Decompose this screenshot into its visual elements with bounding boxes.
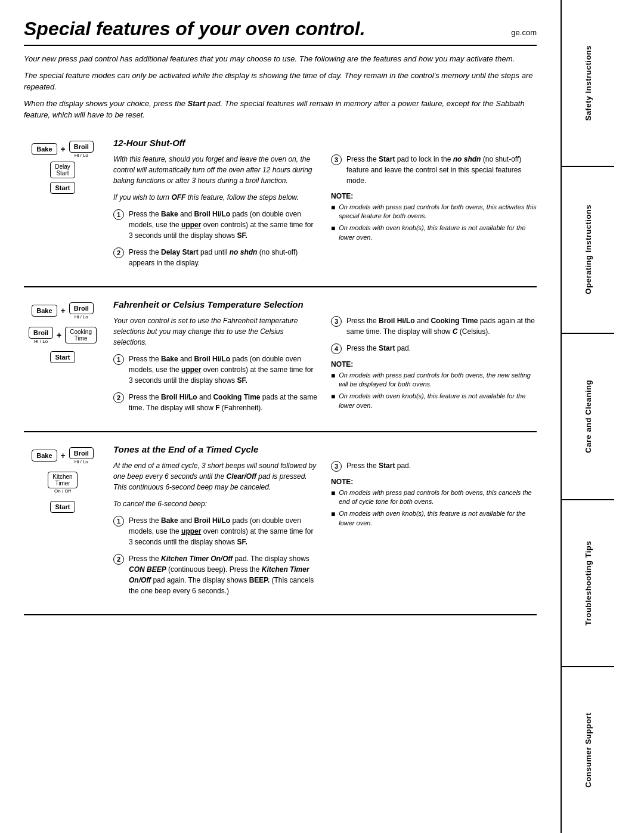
- bake-button-3: Bake: [32, 450, 57, 462]
- broil-button-2: Broil: [69, 302, 94, 314]
- feature-col-left-2: Your oven control is set to use the Fahr…: [113, 315, 319, 419]
- note-2-1: ■ On models with press pad controls for …: [331, 371, 537, 389]
- sidebar-label-operating: Operating Instructions: [584, 205, 593, 294]
- step-2-1: 1 Press the Bake and Broil Hi/Lo pads (o…: [113, 354, 319, 386]
- step-2-2: 2 Press the Broil Hi/Lo and Cooking Time…: [113, 392, 319, 413]
- sidebar-label-consumer: Consumer Support: [584, 713, 593, 788]
- feature-intro-1: With this feature, should you forget and…: [113, 154, 319, 186]
- note-label-3: NOTE:: [331, 478, 537, 486]
- step-1-2: 2 Press the Delay Start pad until no shd…: [113, 247, 319, 268]
- step-2-3: 3 Press the Broil Hi/Lo and Cooking Time…: [331, 315, 537, 337]
- sidebar-safety: Safety Instructions: [562, 0, 614, 167]
- step-2-4: 4 Press the Start pad.: [331, 343, 537, 354]
- step-1-1: 1 Press the Bake and Broil Hi/Lo pads (o…: [113, 209, 319, 241]
- feature-col-left-3: At the end of a timed cycle, 3 short bee…: [113, 460, 319, 602]
- step-3-3: 3 Press the Start pad.: [331, 460, 537, 472]
- step-1-3: 3 Press the Start pad to lock in the no …: [331, 154, 537, 186]
- feature-title-1: 12-Hour Shut-Off: [113, 138, 537, 148]
- bake-button: Bake: [32, 143, 57, 155]
- start-button-3: Start: [50, 501, 75, 513]
- brand: ge.com: [511, 28, 537, 37]
- broil-button-4: Broil: [69, 447, 94, 459]
- intro-paragraph-2: The special feature modes can only be ac…: [24, 70, 537, 93]
- sidebar-troubleshooting: Troubleshooting Tips: [562, 500, 614, 667]
- kitchen-timer-button: KitchenTimer: [48, 472, 77, 488]
- broil-button-3: Broil: [29, 327, 53, 339]
- intro-paragraph-3: When the display shows your choice, pres…: [24, 98, 537, 121]
- sidebar-operating: Operating Instructions: [562, 167, 614, 334]
- sidebar-label-troubleshooting: Troubleshooting Tips: [584, 541, 593, 625]
- delay-start-button: DelayStart: [50, 162, 75, 178]
- start-button-2: Start: [50, 351, 75, 363]
- feature-col-right-1: 3 Press the Start pad to lock in the no …: [331, 154, 537, 274]
- note-1-1: ■ On models with press pad controls for …: [331, 203, 537, 221]
- page-header: Special features of your oven control. g…: [24, 18, 537, 46]
- note-1-2: ■ On models with oven knob(s), this feat…: [331, 224, 537, 242]
- feature-col-right-2: 3 Press the Broil Hi/Lo and Cooking Time…: [331, 315, 537, 419]
- cooking-time-button: CookingTime: [65, 327, 97, 343]
- feature-content-3: Tones at the End of a Timed Cycle At the…: [113, 444, 537, 602]
- note-label-1: NOTE:: [331, 192, 537, 200]
- note-3-1: ■ On models with press pad controls for …: [331, 488, 537, 507]
- feature-title-3: Tones at the End of a Timed Cycle: [113, 444, 537, 454]
- section-12-hour-shutoff: Bake + Broil Hi / Lo DelayStart Start: [24, 126, 537, 287]
- step-3-2: 2 Press the Kitchen Timer On/Off pad. Th…: [113, 553, 319, 596]
- feature-lead-3: To cancel the 6-second beep:: [113, 498, 319, 509]
- feature-intro-2: Your oven control is set to use the Fahr…: [113, 315, 319, 348]
- button-diagram-2: Bake + Broil Hi / Lo Broil Hi / Lo + Coo…: [24, 299, 101, 419]
- feature-intro-3: At the end of a timed cycle, 3 short bee…: [113, 460, 319, 493]
- button-diagram-1: Bake + Broil Hi / Lo DelayStart Start: [24, 138, 101, 274]
- sidebar-care: Care and Cleaning: [562, 334, 614, 501]
- bake-button-2: Bake: [32, 305, 57, 317]
- page-title: Special features of your oven control.: [24, 18, 366, 40]
- sidebar-label-care: Care and Cleaning: [584, 380, 593, 453]
- feature-col-right-3: 3 Press the Start pad. NOTE: ■ On models…: [331, 460, 537, 602]
- right-sidebar: Safety Instructions Operating Instructio…: [561, 0, 614, 833]
- section-fahrenheit-celsius: Bake + Broil Hi / Lo Broil Hi / Lo + Coo…: [24, 287, 537, 432]
- start-button-1: Start: [50, 182, 75, 194]
- feature-col-left-1: With this feature, should you forget and…: [113, 154, 319, 274]
- sidebar-consumer: Consumer Support: [562, 667, 614, 833]
- broil-button: Broil: [69, 141, 94, 153]
- note-2-2: ■ On models with oven knob(s), this feat…: [331, 392, 537, 410]
- feature-lead-1: If you wish to turn OFF this feature, fo…: [113, 192, 319, 203]
- section-tones-end-cycle: Bake + Broil Hi / Lo KitchenTimer On / O…: [24, 432, 537, 615]
- button-diagram-3: Bake + Broil Hi / Lo KitchenTimer On / O…: [24, 444, 101, 602]
- feature-content-1: 12-Hour Shut-Off With this feature, shou…: [113, 138, 537, 274]
- note-label-2: NOTE:: [331, 360, 537, 368]
- feature-content-2: Fahrenheit or Celsius Temperature Select…: [113, 299, 537, 419]
- intro-paragraph-1: Your new press pad control has additiona…: [24, 53, 537, 65]
- feature-title-2: Fahrenheit or Celsius Temperature Select…: [113, 299, 537, 309]
- note-3-2: ■ On models with oven knob(s), this feat…: [331, 509, 537, 528]
- sidebar-label-safety: Safety Instructions: [584, 45, 593, 121]
- step-3-1: 1 Press the Bake and Broil Hi/Lo pads (o…: [113, 515, 319, 547]
